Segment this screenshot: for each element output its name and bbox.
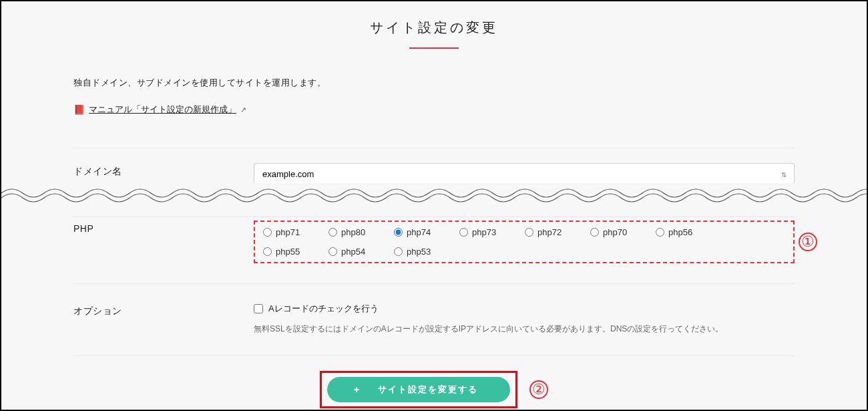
- a-record-checkbox-label[interactable]: Aレコードのチェックを行う: [254, 303, 795, 315]
- php-radio-input-php53[interactable]: [394, 247, 403, 256]
- php-radio-input-php72[interactable]: [525, 228, 533, 237]
- php-radio-label: php80: [341, 227, 365, 237]
- manual-link[interactable]: 📕 マニュアル「サイト設定の新規作成」 ↗: [73, 104, 246, 116]
- php-radio-php53[interactable]: php53: [394, 247, 459, 257]
- php-radio-php73[interactable]: php73: [459, 227, 525, 237]
- php-radio-input-php73[interactable]: [459, 228, 468, 237]
- title-underline: [409, 47, 459, 49]
- php-radio-label: php73: [472, 227, 496, 237]
- php-radio-input-php56[interactable]: [656, 228, 664, 237]
- submit-button[interactable]: + サイト設定を変更する: [327, 377, 510, 402]
- wavy-cut-decoration: [1, 183, 867, 203]
- php-radio-php80[interactable]: php80: [329, 227, 394, 237]
- php-radio-label: php72: [537, 227, 562, 237]
- php-dashed-highlight: php71php80php74php73php72php70php56php55…: [254, 221, 795, 263]
- submit-red-highlight: + サイト設定を変更する: [320, 371, 517, 408]
- php-radio-input-php55[interactable]: [263, 247, 272, 256]
- php-radio-php54[interactable]: php54: [329, 247, 394, 257]
- page-title: サイト設定の変更: [1, 19, 867, 37]
- php-radio-label: php70: [603, 227, 627, 237]
- php-radio-input-php71[interactable]: [263, 228, 272, 237]
- option-note: 無料SSLを設定するにはドメインのAレコードが設定するIPアドレスに向いている必…: [254, 323, 795, 335]
- php-radio-label: php54: [341, 247, 365, 257]
- php-radio-php74[interactable]: php74: [394, 227, 459, 237]
- php-radio-php71[interactable]: php71: [263, 227, 329, 237]
- php-radio-input-php74[interactable]: [394, 228, 403, 237]
- php-radio-input-php70[interactable]: [590, 228, 599, 237]
- php-radio-label: php53: [407, 247, 431, 257]
- php-radio-php72[interactable]: php72: [525, 227, 590, 237]
- annotation-marker-2: ②: [529, 380, 548, 399]
- php-radio-label: php71: [276, 227, 300, 237]
- a-record-checkbox-text: Aレコードのチェックを行う: [268, 303, 379, 315]
- php-row: PHP php71php80php74php73php72php70php56p…: [73, 204, 795, 284]
- option-label: オプション: [73, 303, 254, 317]
- php-label: PHP: [73, 221, 254, 234]
- domain-label: ドメイン名: [73, 163, 254, 178]
- submit-button-label: サイト設定を変更する: [378, 384, 478, 396]
- php-radio-input-php54[interactable]: [329, 247, 337, 256]
- option-row: オプション Aレコードのチェックを行う 無料SSLを設定するにはドメインのAレコ…: [73, 284, 795, 356]
- domain-select[interactable]: example.com: [254, 163, 795, 185]
- php-radio-label: php74: [407, 227, 431, 237]
- plus-icon: +: [354, 384, 361, 395]
- php-radio-label: php56: [668, 227, 692, 237]
- php-radio-label: php55: [276, 247, 300, 257]
- book-icon: 📕: [73, 104, 85, 115]
- intro-text: 独自ドメイン、サブドメインを使用してサイトを運用します。: [73, 77, 795, 89]
- annotation-marker-1: ①: [799, 233, 817, 251]
- php-radio-php70[interactable]: php70: [590, 227, 656, 237]
- php-radio-input-php80[interactable]: [329, 228, 337, 237]
- php-radio-php55[interactable]: php55: [263, 247, 329, 257]
- php-radio-php56[interactable]: php56: [656, 227, 721, 237]
- a-record-checkbox[interactable]: [254, 304, 263, 313]
- external-link-icon: ↗: [240, 106, 246, 114]
- manual-link-text[interactable]: マニュアル「サイト設定の新規作成」: [89, 104, 236, 116]
